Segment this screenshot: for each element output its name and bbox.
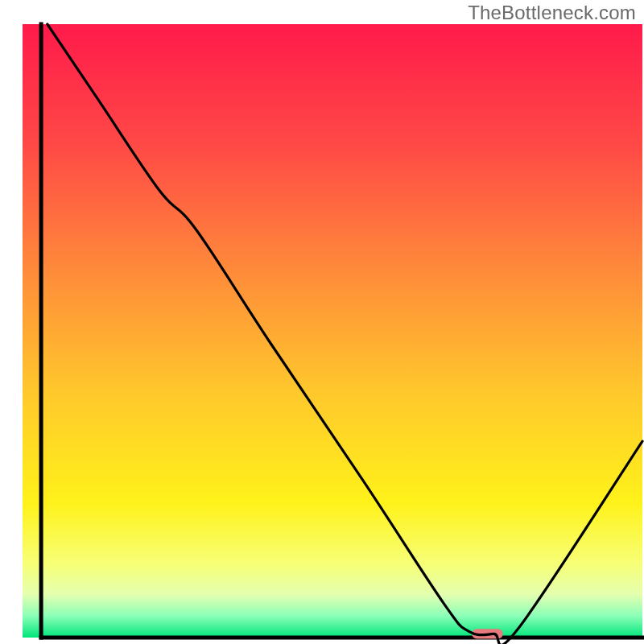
- chart-container: TheBottleneck.com: [0, 0, 644, 644]
- chart-background: [23, 24, 642, 638]
- watermark-text: TheBottleneck.com: [468, 2, 636, 24]
- bottleneck-chart: [0, 0, 644, 644]
